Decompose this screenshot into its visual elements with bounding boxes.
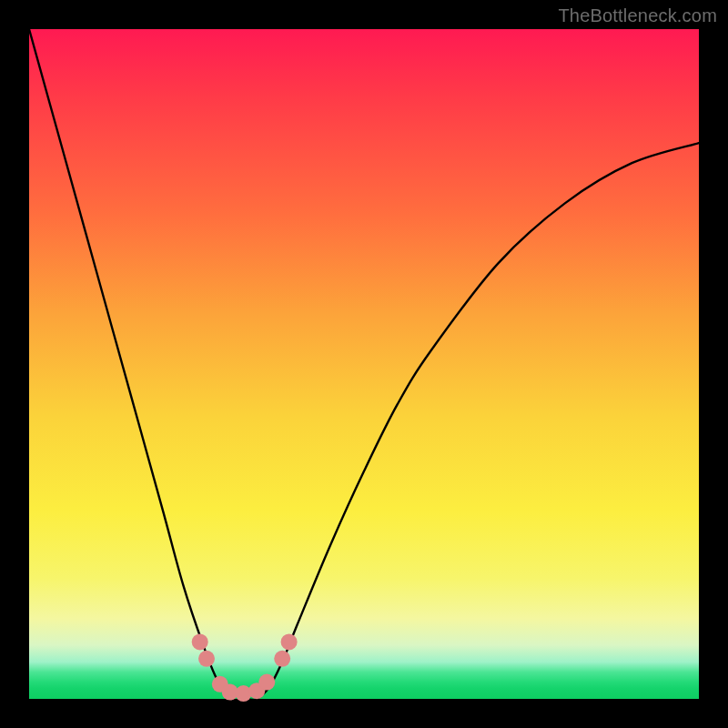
watermark-text: TheBottleneck.com [558,5,717,26]
curve-marker [274,651,290,667]
curve-marker [192,633,208,650]
curve-marker [258,674,275,691]
bottleneck-curve [29,29,699,701]
curve-marker [198,651,215,667]
curve-markers [192,633,298,702]
chart-svg [29,29,699,699]
chart-frame: TheBottleneck.com [0,0,728,728]
chart-plot-area [29,29,699,699]
curve-marker [281,633,298,650]
